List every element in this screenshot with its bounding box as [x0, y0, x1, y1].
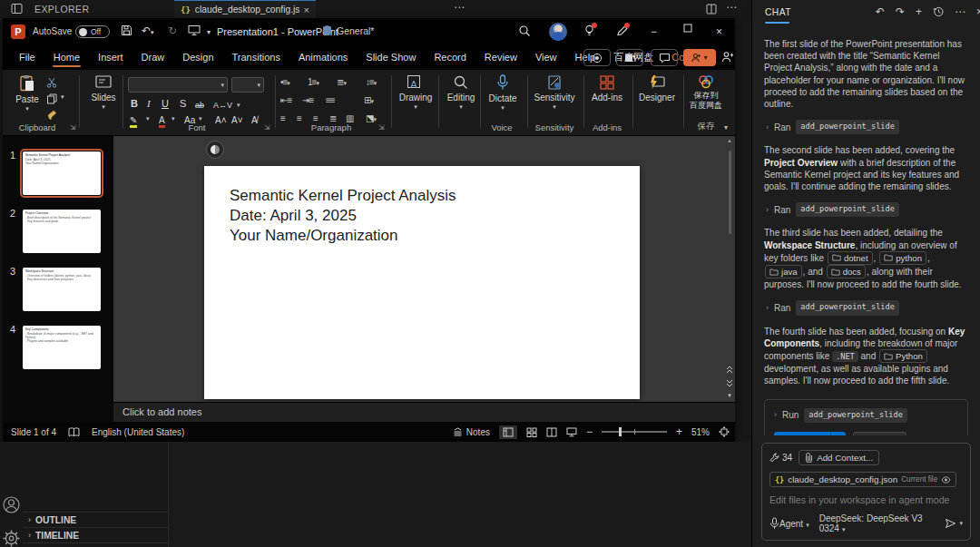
eye-icon[interactable] — [941, 476, 951, 484]
comments-button[interactable] — [651, 49, 678, 66]
chat-tab[interactable]: CHAT — [765, 7, 791, 17]
ribbon-tab-design[interactable]: Design — [173, 45, 222, 70]
tool-run-row-3[interactable]: ›Ranadd_powerpoint_slide — [766, 202, 968, 217]
ribbon-tab-draw[interactable]: Draw — [132, 45, 174, 70]
undo-icon[interactable]: ↶▾ — [142, 24, 154, 37]
chat-input-placeholder[interactable]: Edit files in your workspace in agent mo… — [769, 494, 963, 505]
minimize-button[interactable]: − — [651, 25, 657, 38]
close-panel-icon[interactable]: × — [976, 5, 980, 18]
autosave-toggle[interactable]: Off — [75, 25, 110, 38]
text-direction-button[interactable]: ⊞▾ — [364, 95, 373, 105]
close-button[interactable]: × — [716, 25, 722, 38]
folder-chip-java[interactable]: java — [765, 265, 802, 278]
numbering-button[interactable]: 1≡▾ — [308, 77, 318, 87]
sidebar-section-solution-explorer[interactable]: › SOLUTION EXPLORER — [23, 542, 168, 547]
redo-icon[interactable]: ↷ — [896, 5, 905, 18]
more-actions-icon[interactable]: ⋯ — [955, 5, 965, 18]
undo-icon[interactable]: ↶ — [876, 5, 885, 18]
history-icon[interactable] — [933, 6, 944, 17]
slide-thumbnail-4[interactable]: Key Components- Breakdown of major compo… — [23, 326, 101, 369]
present-in-teams-button[interactable] — [616, 49, 643, 66]
record-button[interactable] — [583, 49, 611, 66]
ribbon-tab-animations[interactable]: Animations — [289, 45, 357, 70]
slide-thumbnail-2[interactable]: Project Overview- Brief description of t… — [23, 210, 101, 253]
notes-toggle-button[interactable]: Notes — [453, 427, 490, 437]
highlight-dropdown-icon[interactable]: ▾ — [146, 115, 150, 122]
sensitivity-general-label[interactable]: General* — [337, 25, 374, 36]
normal-view-button[interactable] — [499, 425, 517, 439]
zoom-slider[interactable] — [602, 431, 667, 433]
strikethrough-button[interactable]: ab — [195, 101, 204, 110]
add-context-button[interactable]: Add Context... — [799, 450, 879, 465]
settings-gear-icon[interactable] — [2, 529, 21, 547]
collapse-ribbon-icon[interactable]: ▾ — [724, 123, 728, 132]
user-avatar[interactable] — [549, 23, 567, 41]
character-spacing-button[interactable]: A↔V — [213, 101, 232, 110]
font-dialog-launcher-icon[interactable]: ⇲ — [264, 123, 270, 132]
font-effects-dropdown-icon[interactable]: ▾ — [237, 102, 240, 109]
line-spacing-button[interactable]: ↕≡▾ — [366, 77, 376, 87]
context-file-chip[interactable]: {} claude_desktop_config.json Current fi… — [769, 472, 956, 487]
addins-button[interactable]: Add-ins — [587, 74, 627, 103]
zoom-slider-thumb[interactable] — [619, 427, 622, 436]
ribbon-tab-view[interactable]: View — [526, 45, 566, 70]
scroll-up-icon[interactable]: ▲ — [727, 138, 732, 143]
cut-icon[interactable] — [46, 77, 57, 88]
microphone-icon[interactable] — [769, 517, 779, 530]
notes-pane[interactable]: Click to add notes — [113, 402, 735, 422]
powerpoint-logo-icon[interactable]: P — [11, 24, 25, 39]
ribbon-tab-record[interactable]: Record — [425, 45, 475, 70]
italic-button[interactable]: I — [147, 98, 151, 109]
search-icon[interactable] — [518, 24, 531, 37]
font-color-dropdown-icon[interactable]: ▾ — [172, 115, 175, 122]
bullets-button[interactable]: •≡▾ — [280, 77, 289, 87]
save-icon[interactable] — [121, 24, 132, 36]
editing-button[interactable]: Editing▾ — [440, 74, 482, 110]
next-slide-icon[interactable] — [726, 379, 733, 387]
slide-sorter-view-button[interactable] — [526, 427, 537, 437]
designer-button[interactable]: Designer — [634, 74, 680, 103]
copy-dropdown-icon[interactable]: ▾ — [61, 93, 64, 101]
decrease-indent-button[interactable]: ⇤≡ — [280, 95, 291, 105]
cancel-button[interactable]: Cancel — [853, 432, 906, 435]
whats-new-lightbulb-icon[interactable] — [583, 24, 595, 41]
feedback-pen-icon[interactable] — [616, 24, 628, 41]
folder-chip-python[interactable]: python — [879, 251, 926, 265]
tool-run-row-confirm[interactable]: ›Runadd_powerpoint_slide — [774, 408, 958, 423]
add-people-icon[interactable] — [721, 51, 734, 63]
sidebar-layout-icon[interactable] — [11, 3, 23, 15]
ribbon-tab-file[interactable]: File — [10, 45, 44, 70]
tab-close-icon[interactable]: × — [304, 5, 309, 15]
share-button[interactable]: ▾ — [683, 49, 716, 66]
tools-button[interactable]: 34 — [769, 453, 792, 463]
bold-button[interactable]: B — [131, 98, 138, 109]
sidebar-section-outline[interactable]: › OUTLINE — [23, 512, 168, 527]
zoom-in-button[interactable]: + — [676, 425, 682, 438]
scroll-down-icon[interactable]: ▼ — [727, 393, 732, 398]
continue-button[interactable]: Continue▾ — [774, 432, 846, 435]
copilot-button[interactable] — [206, 141, 224, 159]
language-status[interactable]: English (United States) — [92, 427, 184, 437]
folder-chip-python[interactable]: Python — [879, 349, 927, 363]
ribbon-tab-insert[interactable]: Insert — [89, 45, 132, 70]
format-painter-icon[interactable] — [46, 110, 58, 121]
scrollbar-thumb[interactable] — [729, 151, 731, 234]
increase-indent-button[interactable]: ⇥≡ — [302, 95, 313, 105]
ribbon-tab-review[interactable]: Review — [475, 45, 526, 70]
new-chat-icon[interactable]: + — [916, 5, 922, 18]
dictate-button[interactable]: Dictate▾ — [482, 74, 524, 111]
quick-access-dropdown-icon[interactable]: ▾ — [207, 28, 211, 36]
sensitivity-button[interactable]: Sensitivity▾ — [529, 74, 580, 110]
columns-button[interactable]: ≡≡ — [326, 95, 335, 105]
slide-thumbnail-3[interactable]: Workspace Structure- Overview of folders… — [23, 268, 101, 311]
copy-icon[interactable] — [46, 93, 57, 104]
slide-1-editor[interactable]: Semantic Kernel Project AnalysisDate: Ap… — [204, 166, 640, 399]
model-selector[interactable]: DeepSeek: DeepSeek V3 0324▾ — [819, 513, 936, 533]
ribbon-tab-home[interactable]: Home — [44, 45, 89, 70]
zoom-out-button[interactable]: − — [586, 425, 593, 438]
text-shadow-button[interactable]: S — [180, 98, 186, 109]
slide-text-placeholder[interactable]: Semantic Kernel Project AnalysisDate: Ap… — [230, 186, 456, 246]
chat-input-box[interactable]: 34 Add Context... {} claude_desktop_conf… — [761, 443, 971, 542]
accessibility-icon[interactable] — [68, 427, 80, 437]
folder-chip-docs[interactable]: docs — [827, 265, 866, 278]
